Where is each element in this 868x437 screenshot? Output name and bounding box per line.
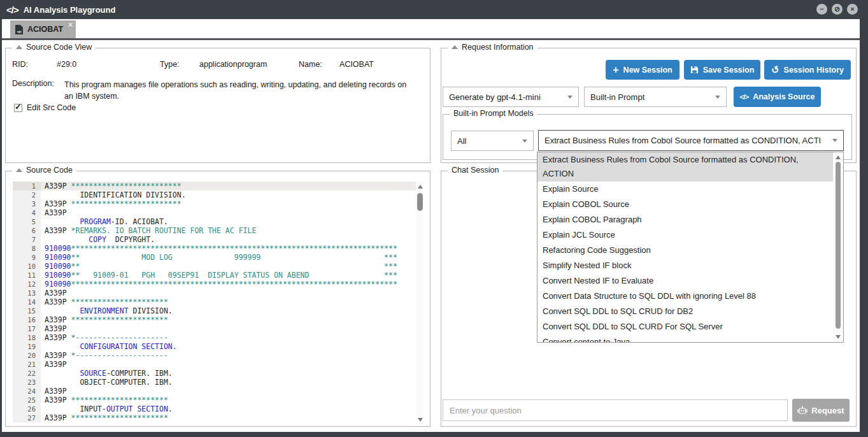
dropdown-scroll-thumb[interactable] [836, 162, 841, 329]
dropdown-item[interactable]: Explain COBOL Source [537, 197, 833, 212]
built-in-prompt-models-legend: Built-in Prompt Models [450, 109, 537, 118]
analysis-source-button[interactable]: </> Analysis Source [734, 87, 821, 107]
line-number: 26 [13, 405, 41, 413]
code-text: A339P [41, 208, 416, 217]
description-text: This program manages file operations suc… [64, 79, 416, 102]
collapse-icon[interactable] [452, 45, 458, 49]
code-line[interactable]: 3A339P ************************* [13, 199, 416, 208]
code-line[interactable]: 15 ENVIRONMENT DIVISION. [13, 306, 416, 315]
code-text: IDENTIFICATION DIVISION. [41, 190, 416, 199]
code-line[interactable]: 23 OBJECT-COMPUTER. IBM. [13, 378, 416, 387]
scroll-down-icon[interactable] [836, 335, 841, 339]
edit-src-code-checkbox[interactable]: ✓ [14, 104, 22, 112]
save-icon [690, 66, 699, 74]
close-icon: × [850, 6, 854, 13]
collapse-icon[interactable] [16, 45, 22, 49]
code-line[interactable]: 6A339P *REMARKS. IO BATCH ROUTINE FOR TH… [13, 226, 416, 235]
code-line[interactable]: 2 IDENTIFICATION DIVISION. [13, 190, 416, 199]
tab-label: ACIOBAT [27, 25, 63, 34]
code-line[interactable]: 24A339P [13, 387, 416, 396]
dropdown-item[interactable]: Convert Data Structure to SQL DDL with i… [537, 289, 833, 304]
code-line[interactable]: 21A339P [13, 360, 416, 369]
question-input[interactable] [443, 399, 788, 421]
code-text: 910090** 91009-01 PGH 09SEP91 DISPLAY ST… [41, 271, 416, 280]
editor-scrollbar[interactable] [416, 182, 424, 425]
editor-scroll-thumb[interactable] [417, 193, 423, 211]
code-line[interactable]: 17A339P [13, 324, 416, 333]
model-select[interactable]: Generate by gpt-4.1-mini [443, 87, 579, 107]
collapse-icon[interactable] [16, 168, 22, 172]
code-line[interactable]: 26 INPUT-OUTPUT SECTION. [13, 405, 416, 413]
code-text: A339P ************************* [41, 199, 416, 208]
line-number: 12 [13, 280, 41, 289]
code-line[interactable]: 13A339P [13, 289, 416, 297]
panel-title: Source Code [26, 166, 73, 175]
dropdown-item[interactable]: Explain Source [537, 182, 833, 197]
code-line[interactable]: 19 CONFIGURATION SECTION. [13, 342, 416, 351]
dropdown-item[interactable]: Convert SQL DDL to SQL CURD For SQL Serv… [537, 319, 833, 334]
code-line[interactable]: 8910090*********************************… [13, 244, 416, 253]
line-number: 9 [13, 253, 41, 262]
code-line[interactable]: 11910090** 91009-01 PGH 09SEP91 DISPLAY … [13, 271, 416, 280]
dropdown-item[interactable]: Simplify Nested IF block [537, 258, 833, 273]
dropdown-item[interactable]: Explain JCL Source [537, 227, 833, 243]
code-line[interactable]: 4A339P [13, 208, 416, 217]
window-content: </> ACIOBAT × Source Code View RID: #29:… [2, 19, 860, 432]
code-line[interactable]: 22 SOURCE-COMPUTER. IBM. [13, 369, 416, 378]
dropdown-item[interactable]: Extract Business Rules from Cobol Source… [537, 152, 833, 182]
dropdown-item[interactable]: Refactoring Code Suggestion [537, 243, 833, 258]
prompt-filter-select[interactable]: All [451, 131, 534, 151]
line-number: 23 [13, 378, 41, 387]
scroll-up-icon[interactable] [418, 185, 423, 189]
prompt-type-select[interactable]: Built-in Prompt [584, 87, 727, 107]
code-line[interactable]: 1A339P ************************* [13, 182, 416, 190]
prompt-select[interactable]: Extract Business Rules from Cobol Source… [538, 130, 844, 151]
line-number: 21 [13, 360, 41, 369]
dropdown-scrollbar[interactable] [833, 152, 843, 342]
request-button[interactable]: Request [792, 399, 850, 422]
line-number: 13 [13, 289, 41, 297]
line-number: 4 [13, 208, 41, 217]
code-text: 910090**********************************… [41, 280, 416, 289]
code-line[interactable]: 20A339P *--------------------- [13, 351, 416, 360]
code-line[interactable]: 16A339P ********************** [13, 315, 416, 324]
code-text: A339P [41, 324, 416, 333]
line-number: 2 [13, 190, 41, 199]
code-text: A339P *REMARKS. IO BATCH ROUTINE FOR THE… [41, 226, 416, 235]
tab-close-icon[interactable]: × [68, 20, 73, 29]
code-line[interactable]: 12910090********************************… [13, 280, 416, 289]
close-button[interactable]: × [847, 4, 858, 15]
code-line[interactable]: 7 COPY DCPYRGHT. [13, 235, 416, 244]
dropdown-item[interactable]: Explain COBOL Paragraph [537, 212, 833, 227]
code-line[interactable]: 9910090** MOD LOG 999999 *** [13, 253, 416, 262]
code-line[interactable]: 27A339P ********************** [13, 413, 416, 422]
code-line[interactable]: 18A339P *--------------------- [13, 333, 416, 342]
dropdown-item[interactable]: Convert Nested IF to Evaluate [537, 273, 833, 289]
minimize-button[interactable]: − [816, 4, 827, 15]
code-line[interactable]: 25A339P ********************** [13, 396, 416, 405]
session-history-label: Session History [784, 66, 844, 75]
prompt-dropdown-items: Extract Business Rules from Cobol Source… [537, 152, 833, 342]
code-text: A339P [41, 289, 416, 297]
scroll-down-icon[interactable] [418, 418, 423, 422]
code-line[interactable]: 5 PROGRAM-ID. ACIOBAT. [13, 217, 416, 226]
line-number: 11 [13, 271, 41, 280]
session-history-button[interactable]: ↺ Session History [764, 60, 851, 80]
tab-aciobat[interactable]: </> ACIOBAT × [10, 20, 76, 38]
minimize-icon: − [820, 6, 823, 13]
code-line[interactable]: 10910090** *** [13, 262, 416, 271]
new-session-button[interactable]: + New Session [606, 60, 679, 80]
dropdown-item[interactable]: Convert content to Java [537, 334, 833, 342]
scroll-up-icon[interactable] [836, 155, 841, 159]
line-number: 7 [13, 235, 41, 244]
save-session-button[interactable]: Save Session [684, 60, 760, 80]
line-number: 18 [13, 333, 41, 342]
code-text: A339P ********************** [41, 396, 416, 405]
code-editor[interactable]: 1A339P *************************2 IDENTI… [13, 182, 424, 425]
line-number: 3 [13, 199, 41, 208]
code-text: ENVIRONMENT DIVISION. [41, 306, 416, 315]
dropdown-item[interactable]: Convert SQL DDL to SQL CRUD for DB2 [537, 304, 833, 319]
prompt-select-value: Extract Business Rules from Cobol Source… [544, 136, 821, 145]
code-line[interactable]: 14A339P ********************** [13, 297, 416, 306]
maximize-button[interactable]: ⊘ [832, 4, 843, 15]
